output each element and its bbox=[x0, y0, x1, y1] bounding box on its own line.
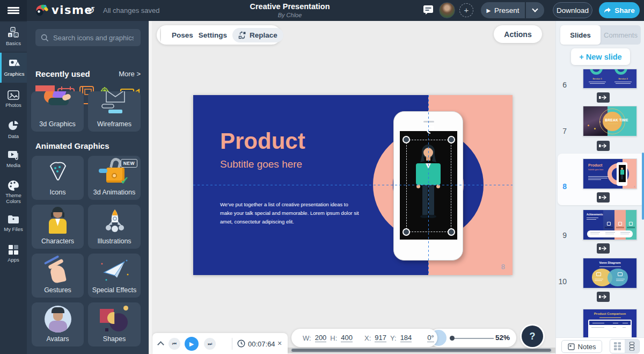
zoom-slider-track[interactable] bbox=[452, 338, 494, 339]
selection-box[interactable] bbox=[406, 140, 451, 232]
actions-button[interactable]: Actions bbox=[494, 25, 542, 43]
card-special-effects[interactable]: Special Effects bbox=[88, 254, 141, 298]
card-shapes[interactable]: Shapes bbox=[88, 302, 141, 346]
present-button[interactable]: ▶ Present bbox=[481, 2, 525, 18]
new-slide-button[interactable]: + New slide bbox=[571, 48, 630, 65]
slide-thumbnail-11[interactable]: Product Comparison bbox=[583, 309, 637, 339]
card-characters[interactable]: Characters bbox=[32, 205, 84, 249]
slide-thumbnail-7[interactable]: BREAK TIME bbox=[583, 106, 637, 136]
undo-icon[interactable]: ↺ bbox=[87, 4, 95, 16]
y-input[interactable]: 184 bbox=[400, 334, 412, 342]
more-link[interactable]: More > bbox=[119, 70, 141, 78]
rotate-handle-icon[interactable] bbox=[425, 124, 436, 138]
transition-icon[interactable] bbox=[597, 292, 610, 302]
sidebar-item-data[interactable]: Data bbox=[0, 115, 27, 144]
canvas-area: Poses Settings Replace Actions bbox=[152, 21, 555, 354]
sidebar-item-apps[interactable]: Apps bbox=[0, 240, 27, 269]
recently-used-title: Recently used bbox=[35, 69, 90, 78]
card-icons[interactable]: Icons bbox=[32, 156, 84, 200]
rotation-input[interactable]: 0° bbox=[427, 334, 434, 342]
download-button[interactable]: Download bbox=[553, 2, 592, 18]
search-input[interactable] bbox=[53, 34, 134, 42]
visme-logo-icon[interactable] bbox=[34, 3, 49, 18]
resize-handle-bottom-right[interactable] bbox=[448, 228, 455, 236]
animated-graphics-title: Animated Graphics bbox=[35, 141, 109, 150]
help-button[interactable]: ? bbox=[522, 326, 543, 347]
slides-panel-footer: Notes bbox=[556, 337, 644, 354]
card-3d-graphics[interactable]: 3d Graphics bbox=[31, 91, 84, 132]
wireframe-envelope-icon bbox=[101, 91, 129, 114]
horizontal-scrollbar-thumb[interactable] bbox=[291, 348, 552, 352]
slide-title[interactable]: Product bbox=[220, 128, 305, 154]
collapse-chevron-icon[interactable] bbox=[157, 341, 164, 348]
add-collaborator-icon[interactable]: + bbox=[459, 3, 473, 17]
visme-editor: visme ↺ All changes saved Creative Prese… bbox=[0, 0, 644, 354]
user-avatar[interactable] bbox=[439, 2, 455, 18]
panel-scrollbar[interactable] bbox=[149, 21, 152, 354]
sidebar-item-basics[interactable]: A B C Basics bbox=[0, 22, 27, 52]
transition-icon[interactable] bbox=[597, 92, 610, 103]
playback-time: 00:07:64 bbox=[248, 340, 275, 348]
playback-bar: ⏮ ▶ ⏭ 00:07:64 × bbox=[152, 333, 288, 354]
document-title[interactable]: Creative Presentation bbox=[225, 2, 354, 11]
height-input[interactable]: 400 bbox=[341, 334, 353, 342]
transition-icon[interactable] bbox=[597, 192, 610, 203]
paper-plane-icon bbox=[99, 258, 130, 282]
replace-icon bbox=[238, 31, 246, 39]
slides-comments-tabs: Slides Comments bbox=[560, 25, 641, 45]
media-icon bbox=[7, 150, 20, 161]
poses-button[interactable]: Poses bbox=[172, 31, 193, 39]
resize-handle-top-right[interactable] bbox=[448, 136, 455, 143]
slide-page-number: 8 bbox=[501, 263, 505, 271]
settings-button[interactable]: Settings bbox=[199, 31, 227, 39]
card-illustrations[interactable]: Illustrations bbox=[88, 205, 141, 249]
search-box[interactable] bbox=[35, 29, 141, 46]
saved-status: All changes saved bbox=[103, 6, 160, 15]
width-input[interactable]: 200 bbox=[315, 334, 327, 342]
card-wireframes[interactable]: Wireframes bbox=[88, 91, 141, 132]
slides-panel-scrollbar[interactable] bbox=[642, 153, 644, 220]
sidebar-item-media[interactable]: Media bbox=[0, 145, 27, 174]
sidebar-item-photos[interactable]: Photos bbox=[0, 85, 27, 114]
slide-subtitle[interactable]: Subtitle goes here bbox=[220, 158, 302, 170]
share-button[interactable]: Share bbox=[599, 2, 640, 18]
sidebar-item-graphics[interactable]: Graphics bbox=[0, 53, 27, 83]
card-3d-animations[interactable]: NEW ✓ 3d Animations bbox=[88, 156, 141, 200]
transition-icon[interactable] bbox=[597, 243, 610, 254]
transition-icon[interactable] bbox=[597, 141, 610, 151]
top-bar: visme ↺ All changes saved Creative Prese… bbox=[0, 0, 644, 21]
card-gestures[interactable]: Gestures bbox=[32, 254, 84, 298]
play-button[interactable]: ▶ bbox=[185, 337, 199, 351]
present-options-button[interactable] bbox=[526, 2, 544, 18]
slide-thumbnail-9[interactable]: Achievements bbox=[583, 209, 637, 240]
slide-thumbnail-10[interactable]: Venn Diagram bbox=[583, 258, 637, 288]
tab-slides[interactable]: Slides bbox=[560, 25, 601, 45]
slide-thumbnail-8[interactable]: Product Subtitle goes here 8 bbox=[583, 158, 637, 189]
document-byline: By Chloe bbox=[225, 12, 354, 18]
comment-icon[interactable] bbox=[423, 5, 435, 16]
sidebar-item-theme-colors[interactable]: Theme Colors bbox=[0, 175, 27, 208]
resize-handle-top-left[interactable] bbox=[402, 136, 410, 143]
slide-canvas[interactable]: Product Subtitle goes here We've put tog… bbox=[193, 95, 513, 275]
replace-button[interactable]: Replace bbox=[232, 28, 283, 42]
document-title-block[interactable]: Creative Presentation By Chloe bbox=[225, 2, 354, 18]
size-position-toolbar: W: 200 H: 400 X: 917 Y: 184 0° bbox=[291, 329, 437, 347]
skip-back-button[interactable]: ⏮ bbox=[169, 338, 180, 350]
playback-close-icon[interactable]: × bbox=[277, 339, 282, 348]
zoom-control: 52% bbox=[429, 329, 516, 347]
skip-forward-button[interactable]: ⏭ bbox=[204, 338, 216, 350]
list-view-icon[interactable] bbox=[625, 339, 639, 353]
card-avatars[interactable]: Avatars bbox=[32, 302, 84, 346]
hamburger-menu-icon[interactable] bbox=[0, 0, 27, 21]
slide-thumbnail-6[interactable]: Service 1 Service 2 bbox=[583, 69, 637, 89]
zoom-slider-handle[interactable] bbox=[450, 336, 455, 341]
notes-button[interactable]: Notes bbox=[561, 340, 602, 353]
grid-view-icon[interactable] bbox=[610, 339, 625, 353]
color-swatch[interactable] bbox=[160, 28, 161, 42]
graphics-icon bbox=[8, 57, 21, 69]
resize-handle-bottom-left[interactable] bbox=[402, 228, 410, 236]
slide-body-text[interactable]: We've put together a list of creative pr… bbox=[220, 200, 361, 226]
tab-comments[interactable]: Comments bbox=[601, 25, 641, 45]
sidebar-item-my-files[interactable]: My Files bbox=[0, 209, 27, 239]
x-input[interactable]: 917 bbox=[375, 334, 386, 342]
